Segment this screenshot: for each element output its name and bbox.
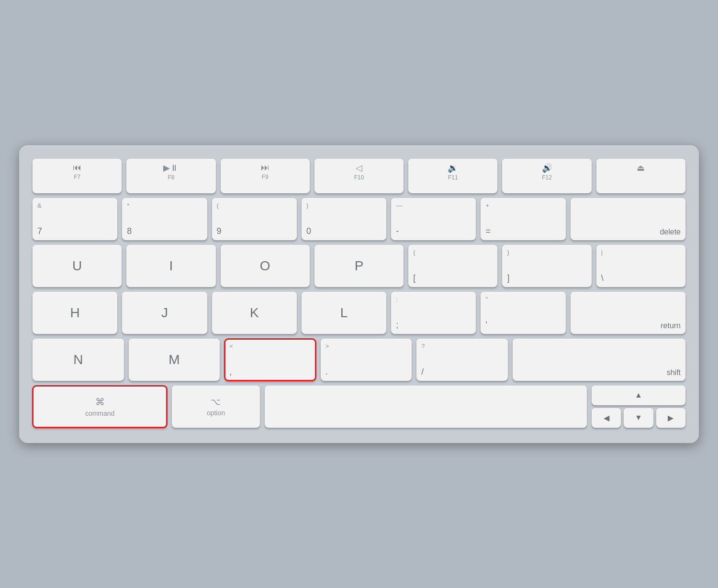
key-f8[interactable]: ▶⏸ F8	[126, 159, 215, 193]
key-gt-top: >	[325, 343, 407, 350]
key-0-main: 0	[306, 226, 381, 236]
key-o[interactable]: O	[221, 245, 310, 287]
vol-up-icon: 🔊	[542, 163, 552, 173]
key-h-label: H	[37, 296, 112, 330]
modifier-row: ⌘ command ⌥ option ▲ ◀	[33, 386, 685, 428]
key-return[interactable]: return	[571, 292, 685, 334]
key-lbracket[interactable]: { [	[408, 245, 497, 287]
key-p[interactable]: P	[314, 245, 404, 287]
key-period[interactable]: > .	[321, 339, 412, 381]
key-7-main: 7	[37, 226, 112, 236]
key-slash-main: /	[421, 367, 503, 377]
key-rbracket-main: ]	[507, 273, 586, 283]
f12-label: F12	[542, 174, 552, 181]
key-j-label: J	[127, 296, 202, 330]
key-p-label: P	[319, 249, 399, 283]
key-eject[interactable]: ⏏	[596, 159, 685, 193]
key-9-top: (	[217, 202, 292, 209]
key-pipe-top: |	[601, 249, 681, 256]
hjkl-row: H J K L : ; " ' return	[33, 292, 685, 334]
eject-icon: ⏏	[637, 163, 645, 173]
key-f12[interactable]: 🔊 F12	[502, 159, 591, 193]
key-comma-main: ,	[229, 367, 311, 377]
key-lbrace-top: {	[413, 249, 493, 256]
key-question-top: ?	[421, 343, 503, 350]
arrow-top-row: ▲	[592, 386, 685, 405]
f8-label: F8	[168, 174, 174, 181]
key-minus[interactable]: — -	[391, 198, 476, 240]
key-equals-top: +	[485, 202, 561, 209]
number-row: & 7 * 8 ( 9 ) 0 — -	[33, 198, 685, 240]
arrow-cluster: ▲ ◀ ▼ ▶	[592, 386, 685, 428]
key-backslash[interactable]: | \	[596, 245, 685, 287]
key-l[interactable]: L	[302, 292, 386, 334]
key-9-main: 9	[217, 226, 292, 236]
shift-right-label: shift	[667, 368, 681, 377]
f10-label: F10	[354, 174, 364, 181]
key-colon-top: :	[396, 296, 471, 303]
f11-label: F11	[448, 174, 458, 181]
key-squote-main: '	[485, 320, 561, 330]
key-semicolon[interactable]: : ;	[391, 292, 476, 334]
key-lbracket-main: [	[413, 273, 493, 283]
key-0[interactable]: ) 0	[302, 198, 386, 240]
key-n-label: N	[37, 343, 119, 377]
right-arrow-icon: ▶	[661, 412, 681, 424]
fastforward-icon: ⏭	[261, 163, 269, 173]
fn-row: ⏮ F7 ▶⏸ F8 ⏭ F9 ◁ F10 🔉 F11	[33, 159, 685, 193]
key-equals[interactable]: + =	[481, 198, 565, 240]
key-0-top: )	[306, 202, 381, 209]
key-7-top: &	[37, 202, 112, 209]
mute-icon: ◁	[356, 163, 362, 173]
key-u-label: U	[37, 249, 117, 283]
key-k-label: K	[217, 296, 292, 330]
f9-label: F9	[262, 174, 269, 180]
key-dquote-top: "	[485, 296, 561, 303]
key-f7[interactable]: ⏮ F7	[33, 159, 122, 193]
key-rbracket[interactable]: } ]	[502, 245, 591, 287]
option-label: option	[207, 409, 225, 417]
key-equals-main: =	[485, 226, 561, 236]
key-option[interactable]: ⌥ option	[172, 386, 259, 428]
down-arrow-icon: ▼	[628, 412, 648, 424]
key-n[interactable]: N	[33, 339, 124, 381]
return-label: return	[661, 322, 681, 330]
playpause-icon: ▶⏸	[163, 163, 179, 173]
key-h[interactable]: H	[33, 292, 117, 334]
key-m-label: M	[134, 343, 215, 377]
key-minus-main: -	[396, 226, 471, 236]
left-arrow-icon: ◀	[596, 412, 616, 424]
rewind-icon: ⏮	[73, 163, 81, 173]
key-u[interactable]: U	[33, 245, 122, 287]
key-arrow-left[interactable]: ◀	[592, 408, 621, 428]
key-8-main: 8	[127, 226, 202, 236]
key-7[interactable]: & 7	[33, 198, 117, 240]
key-j[interactable]: J	[122, 292, 207, 334]
uiop-row: U I O P { [ } ] | \	[33, 245, 685, 287]
key-arrow-down[interactable]: ▼	[624, 408, 653, 428]
key-arrow-up[interactable]: ▲	[592, 386, 685, 405]
key-k[interactable]: K	[212, 292, 297, 334]
key-rbrace-top: }	[507, 249, 586, 256]
key-delete[interactable]: delete	[571, 198, 685, 240]
vol-down-icon: 🔉	[448, 163, 458, 173]
key-m[interactable]: M	[129, 339, 220, 381]
key-f9[interactable]: ⏭ F9	[221, 159, 310, 193]
key-arrow-right[interactable]: ▶	[656, 408, 685, 428]
key-quote[interactable]: " '	[481, 292, 565, 334]
key-9[interactable]: ( 9	[212, 198, 297, 240]
key-i[interactable]: I	[126, 245, 215, 287]
nm-row: N M < , > . ? / shift	[33, 339, 685, 381]
key-8[interactable]: * 8	[122, 198, 207, 240]
key-f10[interactable]: ◁ F10	[314, 159, 404, 193]
key-f11[interactable]: 🔉 F11	[408, 159, 497, 193]
delete-label: delete	[660, 228, 681, 236]
key-shift-right[interactable]: shift	[513, 339, 685, 381]
key-backslash-main: \	[601, 273, 681, 283]
key-semicolon-main: ;	[396, 320, 471, 330]
key-command[interactable]: ⌘ command	[33, 386, 167, 428]
key-comma[interactable]: < ,	[224, 339, 316, 381]
key-spacebar[interactable]	[265, 386, 587, 428]
key-slash[interactable]: ? /	[416, 339, 508, 381]
option-symbol: ⌥	[211, 397, 221, 407]
